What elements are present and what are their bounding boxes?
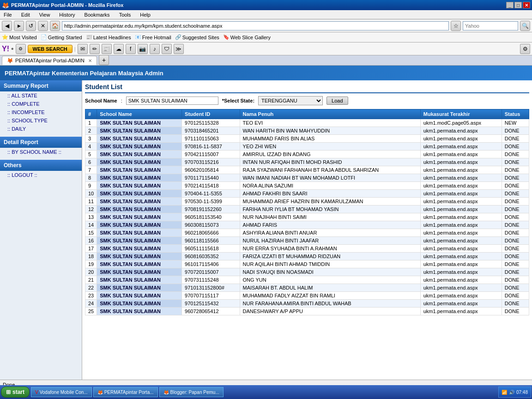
col-student-id: Student ID: [182, 109, 240, 119]
link-icon: 🔗: [175, 34, 181, 40]
cell-name: YEO ZHI WEN: [240, 143, 420, 151]
toolbar-settings-btn[interactable]: ⚙: [520, 44, 530, 54]
cell-num: 11: [85, 198, 97, 206]
yahoo-news-btn[interactable]: 📰: [102, 44, 112, 54]
yahoo-cloud-btn[interactable]: ☁: [114, 44, 124, 54]
app-title: PERMATApintar Kementerian Pelajaran Mala…: [5, 70, 163, 77]
bookmark-hotmail[interactable]: 📧 Free Hotmail: [135, 34, 171, 40]
cell-name: NUR NAJIHAH BINTI SAIMI: [240, 213, 420, 221]
yahoo-compose-btn[interactable]: ✏: [90, 44, 100, 54]
cell-lastpage: ukm1.permata.end.aspx: [420, 292, 502, 300]
cell-status: DONE: [502, 268, 529, 276]
taskbar-permatapintar[interactable]: 🦊 PERMATApintar Porta...: [93, 387, 158, 397]
bookmark-webslice[interactable]: 🔖 Web Slice Gallery: [223, 34, 271, 40]
cell-status: DONE: [502, 245, 529, 253]
tab-permatapintar[interactable]: 🦊 PERMATApintar Portal-ADMIN ✕: [2, 56, 97, 65]
yahoo-shield-btn[interactable]: 🛡: [162, 44, 172, 54]
table-row: 15 SMK SULTAN SULAIMAN 960218065666 ASHY…: [85, 229, 529, 237]
school-name-input[interactable]: [126, 97, 218, 105]
cell-num: 15: [85, 229, 97, 237]
web-search-button[interactable]: WEB SEARCH: [28, 45, 73, 53]
menu-history[interactable]: History: [57, 11, 77, 18]
menu-view[interactable]: View: [37, 11, 52, 18]
cell-school: SMK SULTAN SULAIMAN: [97, 276, 182, 284]
firefox-icon: 🦊: [2, 2, 9, 9]
summary-report-header[interactable]: Summary Report: [0, 80, 82, 91]
select-state-label: *Select State:: [222, 98, 254, 103]
table-row: 16 SMK SULTAN SULAIMAN 960118115566 NURU…: [85, 237, 529, 245]
cell-name: DANESHWARY A/P APPU: [240, 308, 420, 315]
others-header[interactable]: Others: [0, 160, 82, 171]
yahoo-mail-btn[interactable]: ✉: [78, 44, 88, 54]
stop-button[interactable]: ✕: [38, 21, 48, 31]
reload-button[interactable]: ↺: [26, 21, 36, 31]
close-button[interactable]: ✕: [523, 2, 530, 8]
search-input[interactable]: [463, 21, 518, 30]
table-row: 3 SMK SULTAN SULAIMAN 971110115063 MUHAM…: [85, 135, 529, 143]
cell-status: DONE: [502, 174, 529, 182]
taskbar-vodafone[interactable]: V Vodafone Mobile Con...: [31, 387, 92, 397]
tab-close-icon[interactable]: ✕: [88, 58, 92, 63]
menu-tools[interactable]: Tools: [117, 11, 133, 18]
load-button[interactable]: Load: [326, 97, 348, 105]
cell-id: 970731115248: [182, 276, 240, 284]
cell-num: 21: [85, 276, 97, 284]
cell-status: DONE: [502, 135, 529, 143]
cell-lastpage: ukm1.permata.end.aspx: [420, 198, 502, 206]
back-button[interactable]: ◀: [2, 21, 12, 31]
yahoo-photo-btn[interactable]: 📷: [138, 44, 148, 54]
menu-edit[interactable]: Edit: [19, 11, 32, 18]
cell-school: SMK SULTAN SULAIMAN: [97, 268, 182, 276]
new-tab-button[interactable]: +: [99, 55, 109, 65]
school-name-label: School Name: [85, 98, 117, 103]
cell-id: 970404-11-5355: [182, 190, 240, 198]
home-button[interactable]: 🏠: [50, 21, 60, 31]
table-row: 12 SMK SULTAN SULAIMAN 9708191152260 FAR…: [85, 206, 529, 213]
yahoo-icon-btn[interactable]: ⚙: [16, 44, 26, 54]
cell-lastpage: ukm1.permata.end.aspx: [420, 182, 502, 190]
menu-help[interactable]: Help: [138, 11, 152, 18]
cell-lastpage: ukm1.permata.end.aspx: [420, 213, 502, 221]
cell-name: MUHAMMAD FADLY AIZZAT BIN RAMLI: [240, 292, 420, 300]
sidebar-all-state[interactable]: :: ALL STATE: [0, 91, 82, 100]
table-row: 25 SMK SULTAN SULAIMAN 960728065412 DANE…: [85, 308, 529, 315]
bookmark-star[interactable]: ☆: [451, 21, 461, 31]
sidebar-school-type[interactable]: :: SCHOOL TYPE: [0, 116, 82, 125]
start-label: start: [12, 389, 24, 395]
restore-button[interactable]: □: [514, 2, 522, 8]
bookmark-most-visited[interactable]: ⭐ Most Visited: [2, 34, 37, 40]
cell-num: 6: [85, 158, 97, 166]
yahoo-music-btn[interactable]: ♪: [150, 44, 160, 54]
bookmark-headlines[interactable]: 📰 Latest Headlines: [86, 34, 131, 40]
menu-file[interactable]: File: [2, 11, 14, 18]
cell-status: DONE: [502, 260, 529, 268]
sidebar-incomplete[interactable]: :: INCOMPLETE: [0, 108, 82, 116]
cell-lastpage: ukm1.permata.end.aspx: [420, 151, 502, 158]
address-bar[interactable]: http://admin.permatapintar.edu.my/kpm/kp…: [62, 21, 449, 30]
menu-bookmarks[interactable]: Bookmarks: [83, 11, 112, 18]
cell-school: SMK SULTAN SULAIMAN: [97, 198, 182, 206]
cell-name: INTAN NUR AFIQAH BINTI MOHD RASHID: [240, 158, 420, 166]
cell-num: 17: [85, 245, 97, 253]
state-dropdown[interactable]: TERENGGANU SELANGOR JOHOR PAHANG PERAK: [258, 96, 323, 105]
search-go-button[interactable]: 🔍: [520, 21, 530, 31]
title-bar-controls: _ □ ✕: [506, 2, 530, 8]
sidebar-daily[interactable]: :: DAILY: [0, 125, 82, 133]
bookmark-suggested[interactable]: 🔗 Suggested Sites: [175, 34, 219, 40]
detail-report-header[interactable]: Detail Report: [0, 137, 82, 148]
network-icon: 📶: [502, 390, 507, 395]
cell-status: DONE: [502, 143, 529, 151]
table-header-row: # School Name Student ID Nama Penuh Muka…: [85, 109, 529, 119]
yahoo-extra-btn[interactable]: ≫: [174, 44, 184, 54]
sidebar-by-school-name[interactable]: :: BY SCHOOL NAME ::: [0, 148, 82, 156]
start-button[interactable]: ⊞ start: [1, 387, 30, 398]
sidebar-complete[interactable]: :: COMPLETE: [0, 100, 82, 108]
bookmark-getting-started[interactable]: 📄 Getting Started: [41, 34, 82, 40]
taskbar-blogger[interactable]: 🦊 Blogger: Papan Pemu...: [159, 387, 224, 397]
yahoo-fb-btn[interactable]: f: [126, 44, 136, 54]
minimize-button[interactable]: _: [506, 2, 514, 8]
forward-button[interactable]: ▶: [14, 21, 24, 31]
window-title: PERMATApintar Portal-ADMIN - Mozilla Fir…: [11, 2, 123, 8]
sidebar-logout[interactable]: :: LOGOUT ::: [0, 171, 82, 179]
col-school-name: School Name: [97, 109, 182, 119]
